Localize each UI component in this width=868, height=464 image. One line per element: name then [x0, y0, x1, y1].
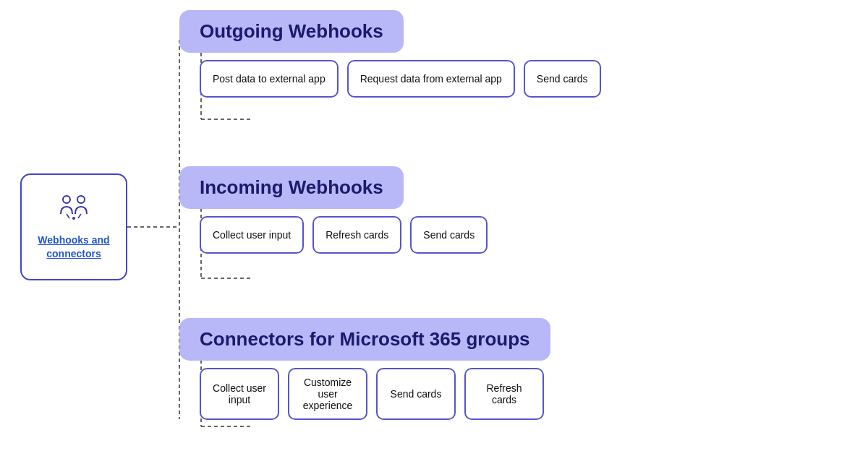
connectors365-cap-1[interactable]: Customize user experience — [288, 368, 367, 420]
connectors365-title: Connectors for Microsoft 365 groups — [200, 328, 530, 351]
section-outgoing: Outgoing Webhooks Post data to external … — [179, 10, 601, 98]
outgoing-cap-2[interactable]: Send cards — [524, 60, 601, 98]
svg-line-14 — [67, 214, 69, 218]
svg-point-11 — [63, 196, 70, 203]
left-node-label[interactable]: Webhooks and connectors — [22, 233, 126, 259]
svg-point-12 — [77, 196, 85, 203]
svg-line-15 — [78, 214, 81, 218]
webhooks-icon — [55, 194, 93, 228]
connectors365-header: Connectors for Microsoft 365 groups — [179, 318, 550, 361]
connectors365-cap-3[interactable]: Refresh cards — [464, 368, 544, 420]
connectors365-cap-2[interactable]: Send cards — [376, 368, 456, 420]
incoming-header: Incoming Webhooks — [179, 166, 404, 209]
left-node[interactable]: Webhooks and connectors — [20, 173, 127, 280]
section-connectors365: Connectors for Microsoft 365 groups Coll… — [179, 318, 550, 420]
svg-point-13 — [72, 217, 75, 220]
diagram: Webhooks and connectors Outgoing Webhook… — [0, 0, 868, 464]
incoming-cap-2[interactable]: Send cards — [410, 216, 488, 254]
outgoing-header: Outgoing Webhooks — [179, 10, 404, 53]
incoming-capabilities: Collect user input Refresh cards Send ca… — [200, 216, 488, 254]
outgoing-title: Outgoing Webhooks — [200, 20, 383, 43]
connectors365-cap-0[interactable]: Collect user input — [200, 368, 279, 420]
incoming-title: Incoming Webhooks — [200, 176, 383, 199]
connectors365-capabilities: Collect user input Customize user experi… — [200, 368, 550, 420]
outgoing-capabilities: Post data to external app Request data f… — [200, 60, 601, 98]
outgoing-cap-0[interactable]: Post data to external app — [200, 60, 339, 98]
incoming-cap-0[interactable]: Collect user input — [200, 216, 304, 254]
incoming-cap-1[interactable]: Refresh cards — [312, 216, 401, 254]
section-incoming: Incoming Webhooks Collect user input Ref… — [179, 166, 488, 254]
outgoing-cap-1[interactable]: Request data from external app — [347, 60, 515, 98]
